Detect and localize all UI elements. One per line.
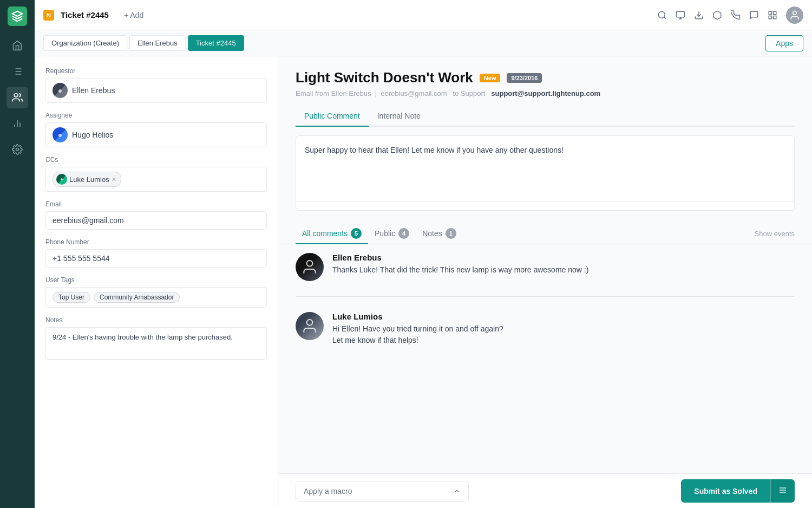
svg-point-6: [14, 94, 18, 97]
ccs-label: CCs: [45, 156, 267, 164]
svg-point-22: [307, 260, 313, 266]
grid-icon[interactable]: [768, 10, 777, 20]
comment-body: Ellen Erebus Thanks Luke! That did the t…: [332, 253, 795, 281]
sidebar-item-tickets[interactable]: [6, 61, 28, 82]
date-badge: 9/23/2016: [507, 73, 542, 83]
requestor-name: Ellen Erebus: [72, 86, 115, 95]
add-button[interactable]: + Add: [124, 11, 143, 19]
tab-ticket[interactable]: Ticket #2445: [188, 35, 244, 51]
apps-button[interactable]: Apps: [765, 35, 803, 51]
tag-community-ambassador[interactable]: Community Amabassador: [94, 292, 180, 303]
tab-user[interactable]: Ellen Erebus: [129, 35, 186, 51]
submit-group: Submit as Solved: [681, 479, 795, 503]
meta-from: Email from Ellen Erebus: [296, 89, 371, 97]
svg-point-21: [793, 11, 797, 15]
all-comments-count: 5: [351, 228, 362, 239]
display-icon[interactable]: [676, 10, 685, 20]
main-area: N Ticket #2445 + Add: [35, 0, 812, 508]
comment-avatar-ellen: [296, 253, 324, 281]
tab-public-comments[interactable]: Public 4: [368, 224, 416, 244]
show-events-link[interactable]: Show events: [755, 230, 795, 238]
svg-rect-20: [774, 16, 776, 18]
notes-field[interactable]: 9/24 - Ellen's having trouble with the l…: [45, 327, 267, 360]
tab-all-comments[interactable]: All comments 5: [296, 224, 368, 244]
cc-pill-luke[interactable]: ● Luke Lumios ✕: [53, 172, 121, 187]
svg-rect-19: [769, 16, 771, 18]
email-field[interactable]: eerebius@gmail.com: [45, 211, 267, 230]
comment-divider: [296, 296, 795, 297]
comments-list: Ellen Erebus Thanks Luke! That did the t…: [278, 244, 812, 473]
chevron-up-icon: [453, 487, 461, 495]
chat-icon[interactable]: [749, 10, 759, 20]
phone-label: Phone Number: [45, 238, 267, 246]
sidebar: [0, 0, 35, 508]
assignee-avatar: ●: [53, 127, 68, 142]
tab-internal-note[interactable]: Internal Note: [369, 106, 429, 127]
svg-point-23: [307, 320, 313, 325]
tab-public-comment[interactable]: Public Comment: [296, 106, 369, 127]
meta-support-email: support@support.lightenup.com: [491, 89, 600, 97]
email-value: eerebius@gmail.com: [53, 216, 124, 225]
comment-item: Ellen Erebus Thanks Luke! That did the t…: [296, 253, 795, 281]
notes-count: 1: [446, 228, 456, 239]
content-area: Requestor ● Ellen Erebus Assignee ● Hugo…: [35, 56, 812, 508]
menu-icon: [778, 486, 787, 494]
cc-remove-icon[interactable]: ✕: [112, 176, 116, 183]
search-icon[interactable]: [657, 10, 667, 20]
phone-value: +1 555 555 5544: [53, 254, 110, 263]
sidebar-item-users[interactable]: [6, 87, 28, 108]
comment-avatar-luke: [296, 312, 324, 340]
tab-notes-comments[interactable]: Notes 1: [416, 224, 463, 244]
comments-filter-tabs: All comments 5 Public 4 Notes 1 Show eve…: [278, 219, 812, 244]
comment-author: Luke Lumios: [332, 312, 795, 321]
svg-point-11: [658, 11, 665, 18]
left-panel: Requestor ● Ellen Erebus Assignee ● Hugo…: [35, 56, 278, 508]
ticket-title-row: Light Switch Doesn't Work New 9/23/2016: [296, 69, 795, 86]
submit-solved-button[interactable]: Submit as Solved: [681, 479, 770, 503]
topbar-icons: [657, 6, 803, 24]
topbar: N Ticket #2445 + Add: [35, 0, 812, 30]
phone-field[interactable]: +1 555 555 5544: [45, 249, 267, 268]
sidebar-item-settings[interactable]: [6, 139, 28, 160]
requestor-field[interactable]: ● Ellen Erebus: [45, 78, 267, 103]
editor-text[interactable]: Super happy to hear that Ellen! Let me k…: [296, 136, 794, 201]
comment-editor: Super happy to hear that Ellen! Let me k…: [296, 135, 795, 211]
comment-body: Luke Lumios Hi Ellen! Have you tried tur…: [332, 312, 795, 346]
sidebar-item-home[interactable]: [6, 35, 28, 56]
ticket-badge: N: [43, 10, 54, 21]
svg-point-10: [16, 148, 19, 151]
assignee-field[interactable]: ● Hugo Helios: [45, 122, 267, 147]
comment-item: Luke Lumios Hi Ellen! Have you tried tur…: [296, 312, 795, 346]
ccs-field[interactable]: ● Luke Lumios ✕: [45, 167, 267, 192]
email-label: Email: [45, 200, 267, 208]
user-tags-field[interactable]: Top User Community Amabassador: [45, 287, 267, 308]
cc-name: Luke Lumios: [69, 175, 109, 184]
package-icon[interactable]: [712, 10, 722, 20]
macro-selector[interactable]: Apply a macro: [296, 481, 469, 502]
ticket-header: Light Switch Doesn't Work New 9/23/2016 …: [278, 56, 812, 106]
ticket-meta: Email from Ellen Erebus | eerebius@gmail…: [296, 89, 795, 97]
status-badge: New: [480, 74, 501, 82]
requestor-avatar: ●: [53, 83, 68, 98]
download-icon[interactable]: [694, 10, 704, 20]
public-comments-count: 4: [398, 228, 409, 239]
sidebar-item-reports[interactable]: [6, 113, 28, 134]
assignee-label: Assignee: [45, 112, 267, 119]
tab-org[interactable]: Organization (Create): [43, 35, 127, 51]
ticket-title-text: Light Switch Doesn't Work: [296, 69, 473, 86]
assignee-name: Hugo Helios: [72, 131, 113, 139]
comment-author: Ellen Erebus: [332, 253, 795, 262]
meta-to: to Support: [453, 89, 485, 97]
macro-label: Apply a macro: [304, 487, 352, 496]
submit-arrow-button[interactable]: [770, 479, 795, 503]
cc-avatar-luke: ●: [56, 174, 67, 185]
svg-rect-17: [769, 11, 771, 14]
svg-rect-18: [774, 11, 776, 14]
topbar-title: Ticket #2445: [61, 10, 109, 19]
tag-top-user[interactable]: Top User: [53, 292, 90, 303]
requestor-label: Requestor: [45, 67, 267, 75]
user-avatar[interactable]: [786, 6, 803, 24]
phone-icon[interactable]: [731, 10, 741, 20]
app-logo[interactable]: [8, 6, 27, 26]
svg-rect-13: [677, 11, 685, 17]
